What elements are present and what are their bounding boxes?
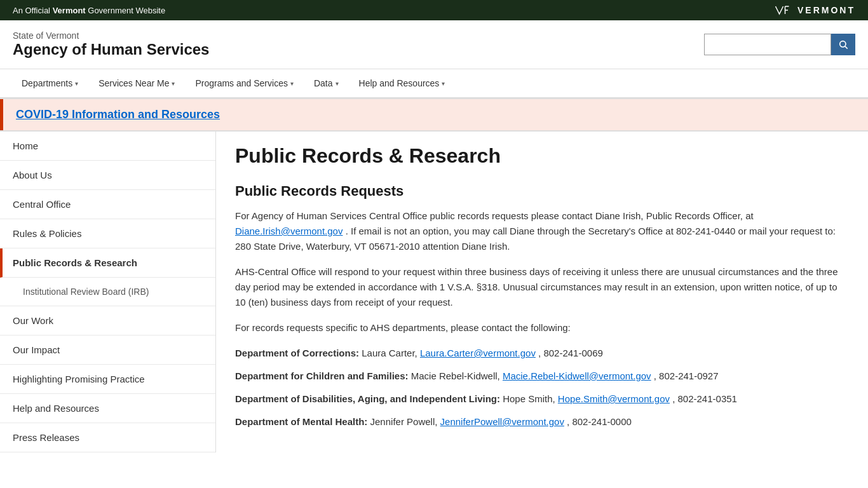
- section-heading-public-records: Public Records Requests: [235, 183, 849, 200]
- search-icon: [838, 39, 848, 50]
- nav-services-near-me[interactable]: Services Near Me ▾: [90, 69, 184, 97]
- chevron-down-icon: ▾: [290, 80, 294, 87]
- para-2: AHS-Central Office will respond to your …: [235, 264, 849, 310]
- sidebar-item-home[interactable]: Home: [0, 132, 215, 161]
- main-nav: Departments ▾ Services Near Me ▾ Program…: [0, 69, 868, 99]
- sidebar: Home About Us Central Office Rules & Pol…: [0, 132, 216, 452]
- vt-logo-icon: [775, 4, 794, 17]
- agency-name: Agency of Human Services: [13, 41, 209, 58]
- chevron-down-icon: ▾: [442, 80, 445, 87]
- email-dcf[interactable]: Macie.Rebel-Kidwell@vermont.gov: [503, 370, 651, 381]
- sidebar-item-highlighting[interactable]: Highlighting Promising Practice: [0, 365, 215, 394]
- chevron-down-icon: ▾: [75, 80, 78, 87]
- sidebar-item-press-releases[interactable]: Press Releases: [0, 423, 215, 452]
- dept-disabilities-aging: Department of Disabilities, Aging, and I…: [235, 391, 849, 407]
- search-form: [704, 34, 855, 55]
- main-content: Public Records & Research Public Records…: [216, 132, 868, 452]
- svg-point-0: [840, 41, 846, 47]
- sidebar-item-public-records[interactable]: Public Records & Research: [0, 248, 215, 278]
- sidebar-item-rules-policies[interactable]: Rules & Policies: [0, 219, 215, 248]
- para-1: For Agency of Human Services Central Off…: [235, 208, 849, 254]
- covid-banner-wrapper: COVID-19 Information and Resources: [0, 99, 868, 131]
- dept-corrections: Department of Corrections: Laura Carter,…: [235, 346, 849, 361]
- sidebar-item-central-office[interactable]: Central Office: [0, 190, 215, 219]
- sidebar-item-our-impact[interactable]: Our Impact: [0, 336, 215, 365]
- chevron-down-icon: ▾: [336, 80, 339, 87]
- state-label: State of Vermont: [13, 30, 209, 41]
- svg-line-1: [845, 46, 848, 49]
- email-dmh[interactable]: JenniferPowell@vermont.gov: [440, 416, 564, 427]
- email-corrections[interactable]: Laura.Carter@vermont.gov: [420, 348, 536, 358]
- covid-banner-link[interactable]: COVID-19 Information and Resources: [16, 108, 220, 121]
- page-title: Public Records & Research: [235, 144, 849, 168]
- official-text: An Official Vermont Government Website: [13, 6, 165, 15]
- main-container: Home About Us Central Office Rules & Pol…: [0, 131, 868, 452]
- site-title: State of Vermont Agency of Human Service…: [13, 30, 209, 58]
- sidebar-item-irb[interactable]: Institutional Review Board (IRB): [0, 278, 215, 306]
- nav-help-resources[interactable]: Help and Resources ▾: [350, 69, 454, 97]
- chevron-down-icon: ▾: [172, 80, 175, 87]
- nav-data[interactable]: Data ▾: [305, 69, 348, 97]
- email-dail[interactable]: Hope.Smith@vermont.gov: [558, 393, 670, 404]
- email-diane-irish[interactable]: Diane.Irish@vermont.gov: [235, 226, 342, 236]
- dept-children-families: Department for Children and Families: Ma…: [235, 369, 849, 384]
- nav-departments[interactable]: Departments ▾: [13, 69, 87, 97]
- sidebar-item-our-work[interactable]: Our Work: [0, 306, 215, 336]
- nav-programs-services[interactable]: Programs and Services ▾: [186, 69, 302, 97]
- site-header: State of Vermont Agency of Human Service…: [0, 20, 868, 69]
- dept-mental-health: Department of Mental Health: Jennifer Po…: [235, 414, 849, 430]
- vermont-logo: VERMONT: [775, 4, 855, 17]
- covid-banner: COVID-19 Information and Resources: [0, 99, 868, 130]
- para-3: For records requests specific to AHS dep…: [235, 320, 849, 336]
- sidebar-item-help-resources[interactable]: Help and Resources: [0, 394, 215, 423]
- top-bar: An Official Vermont Government Website V…: [0, 0, 868, 20]
- sidebar-item-about-us[interactable]: About Us: [0, 161, 215, 190]
- search-button[interactable]: [831, 34, 855, 55]
- search-input[interactable]: [704, 34, 831, 55]
